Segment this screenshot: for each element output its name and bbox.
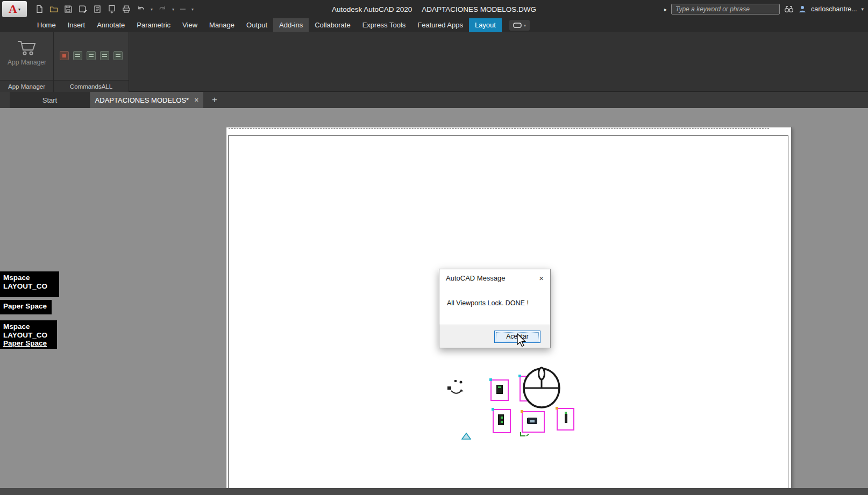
chevron-down-icon: ▾ [18, 7, 20, 12]
save-as-button[interactable] [78, 4, 88, 14]
ribbon-tab-home[interactable]: Home [31, 18, 62, 32]
ribbon-tab-manage[interactable]: Manage [203, 18, 240, 32]
dialog-titlebar[interactable]: AutoCAD Message × [439, 269, 550, 286]
new-drawing-tab-button[interactable]: + [212, 95, 217, 105]
new-file-button[interactable] [34, 4, 44, 14]
ribbon: App Manager App Manager CommandsALL [0, 32, 868, 92]
commandsall-icon-3[interactable] [87, 51, 96, 60]
commandsall-icon-4[interactable] [100, 51, 109, 60]
redo-icon [158, 5, 167, 13]
viewport-content-glyph [498, 414, 504, 425]
redo-button[interactable] [158, 4, 167, 14]
viewport-entity[interactable] [493, 409, 511, 433]
echo-line: Paper Space [3, 339, 54, 348]
save-button[interactable] [63, 4, 73, 14]
app-manager-button-label: App Manager [8, 59, 46, 66]
file-tab-bar: Start ADAPTACIONES MODELOS* × + [0, 92, 868, 108]
dialog-message: All Viewports Lock. DONE ! [447, 299, 529, 307]
mouse-cursor [516, 333, 528, 349]
ribbon-tab-bar: Home Insert Annotate Parametric View Man… [0, 18, 868, 32]
echo-line: LAYOUT_CO [3, 282, 56, 291]
app-title: Autodesk AutoCAD 2020 [332, 5, 412, 13]
viewport-content-glyph [527, 418, 537, 424]
account-dropdown-caret[interactable]: ▾ [861, 6, 864, 12]
viewport-content-glyph [565, 414, 567, 423]
autocad-message-dialog: AutoCAD Message × All Viewports Lock. DO… [439, 269, 551, 348]
ribbon-tab-add-ins[interactable]: Add-ins [273, 18, 309, 32]
customize-qat-caret[interactable]: ▾ [191, 7, 194, 12]
ribbon-display-options-button[interactable]: ▾ [509, 20, 530, 31]
command-echo-block-2: Paper Space [0, 300, 52, 314]
viewport-entity[interactable] [522, 411, 545, 433]
dialog-title: AutoCAD Message [446, 274, 506, 282]
user-icon[interactable] [798, 5, 807, 13]
autocad-logo: A [9, 3, 17, 15]
window-title: Autodesk AutoCAD 2020 ADAPTACIONES MODEL… [332, 0, 536, 18]
ribbon-tab-collaborate[interactable]: Collaborate [309, 18, 357, 32]
plot-button[interactable] [93, 4, 102, 14]
close-icon[interactable]: × [539, 274, 544, 283]
open-folder-icon [49, 5, 58, 13]
undo-dropdown-caret[interactable]: ▾ [151, 7, 153, 12]
ribbon-tab-express-tools[interactable]: Express Tools [357, 18, 412, 32]
drawing-canvas[interactable]: Mspace LAYOUT_CO Paper Space Mspace LAYO… [0, 108, 868, 495]
ribbon-panel-commandsall: CommandsALL [54, 32, 129, 92]
commandsall-icon-2[interactable] [73, 51, 82, 60]
ribbon-tab-annotate[interactable]: Annotate [91, 18, 131, 32]
undo-icon [137, 5, 145, 13]
app-menu-button[interactable]: A ▾ [2, 1, 27, 17]
shopping-cart-icon [17, 39, 37, 56]
viewport-content-glyph [496, 385, 503, 394]
commandsall-icon-row [54, 51, 129, 60]
small-drawing-glyph[interactable] [446, 378, 468, 398]
save-as-icon [79, 5, 87, 13]
quick-access-toolbar: ▾ ▾ ▾ [34, 4, 194, 14]
publish-button[interactable] [107, 4, 117, 14]
grip-dot [521, 410, 523, 413]
ribbon-tab-parametric[interactable]: Parametric [131, 18, 176, 32]
mouse-illustration[interactable] [521, 367, 563, 408]
echo-line: Mspace [3, 322, 54, 331]
undo-button[interactable] [136, 4, 146, 14]
publish-icon [108, 5, 116, 13]
grip-dot [492, 408, 494, 411]
status-bar-edge [0, 488, 868, 495]
ribbon-state-icon [513, 23, 522, 28]
toolbar-divider [180, 9, 186, 10]
viewport-entity[interactable] [490, 379, 509, 401]
command-echo-block-3: Mspace LAYOUT_CO Paper Space [0, 320, 57, 349]
titlebar: A ▾ ▾ ▾ ▾ Autodesk AutoCAD 2020 ADAPTACI… [0, 0, 868, 18]
close-icon[interactable]: × [194, 96, 198, 104]
search-binoculars-icon[interactable] [784, 5, 794, 13]
plot-sheet-icon [93, 5, 102, 13]
file-tab-active-drawing[interactable]: ADAPTACIONES MODELOS* × [90, 92, 203, 108]
dialog-body: All Viewports Lock. DONE ! [439, 286, 550, 307]
app-manager-button[interactable]: App Manager [3, 35, 51, 78]
print-button[interactable] [122, 4, 131, 14]
panel-label-app-manager[interactable]: App Manager [0, 80, 53, 92]
new-file-icon [35, 5, 44, 13]
commandsall-icon-1[interactable] [60, 51, 69, 60]
document-title: ADAPTACIONES MODELOS.DWG [422, 5, 536, 13]
ribbon-panel-app-manager: App Manager App Manager [0, 32, 54, 92]
command-echo-block-1: Mspace LAYOUT_CO [0, 271, 59, 297]
green-tick-marks [520, 431, 530, 437]
ribbon-tab-insert[interactable]: Insert [62, 18, 91, 32]
file-tab-drawing-label: ADAPTACIONES MODELOS* [95, 96, 189, 104]
signed-in-username[interactable]: carloschantre... [811, 5, 857, 13]
file-tab-start-label: Start [42, 96, 57, 104]
printer-icon [122, 5, 131, 13]
search-input[interactable] [671, 4, 780, 15]
panel-label-commandsall[interactable]: CommandsALL [54, 80, 129, 92]
ribbon-tab-layout-contextual[interactable]: Layout [469, 18, 502, 32]
search-expand-icon[interactable]: ▸ [664, 6, 667, 12]
open-file-button[interactable] [49, 4, 59, 14]
ribbon-tab-output[interactable]: Output [240, 18, 273, 32]
redo-dropdown-caret[interactable]: ▾ [172, 7, 174, 12]
triangle-marker[interactable] [461, 432, 471, 440]
ribbon-tab-view[interactable]: View [176, 18, 203, 32]
ribbon-tab-featured-apps[interactable]: Featured Apps [411, 18, 469, 32]
viewport-entity[interactable] [557, 408, 574, 431]
file-tab-start[interactable]: Start [10, 92, 90, 108]
commandsall-icon-5[interactable] [113, 51, 123, 60]
